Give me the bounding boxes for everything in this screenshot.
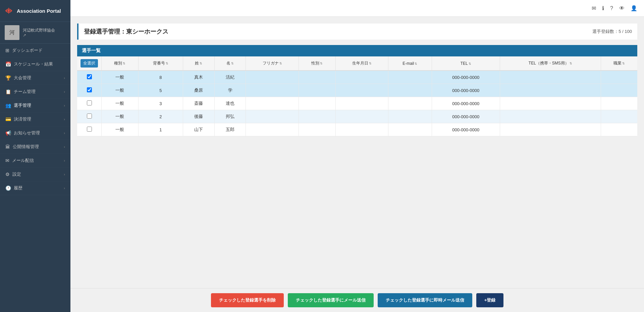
- row-checkbox-4[interactable]: [87, 114, 92, 119]
- public-nav-label: 公開情報管理: [13, 144, 39, 150]
- row-firstname: 邦弘: [214, 110, 246, 123]
- row-furigana: [246, 71, 299, 84]
- sidebar-item-player[interactable]: 👥 選手管理 ›: [0, 99, 70, 113]
- sidebar-item-schedule[interactable]: 📅 スケジュール・結果: [0, 57, 70, 71]
- table-body: 一般 8 真木 活紀 000-000-0000 一般 5 桑原 学 000-00…: [77, 71, 637, 136]
- table-row: 一般 3 斎藤 達也 000-000-0000: [77, 97, 637, 110]
- col-type[interactable]: 種別⇅: [102, 56, 139, 71]
- col-firstname[interactable]: 名⇅: [214, 56, 246, 71]
- col-tel[interactable]: TEL⇅: [432, 56, 500, 71]
- col-lastname[interactable]: 姓⇅: [183, 56, 215, 71]
- register-button[interactable]: +登録: [476, 293, 504, 307]
- select-all-button[interactable]: 全選択: [80, 59, 98, 68]
- sidebar-item-notice[interactable]: 📢 お知らせ管理 ›: [0, 126, 70, 140]
- row-occupation: [601, 71, 637, 84]
- row-type: 一般: [102, 110, 139, 123]
- row-type: 一般: [102, 71, 139, 84]
- schedule-nav-label: スケジュール・結果: [14, 61, 53, 67]
- row-number: 1: [138, 123, 183, 136]
- row-birthdate: [335, 123, 388, 136]
- row-checkbox-cell[interactable]: [77, 123, 102, 136]
- view-icon[interactable]: 👁: [619, 5, 625, 11]
- row-checkbox-1[interactable]: [87, 74, 92, 79]
- delete-button[interactable]: チェックした登録選手を削除: [211, 293, 284, 307]
- history-nav-label: 履歴: [14, 185, 22, 191]
- sidebar-item-dashboard[interactable]: ⊞ ダッシュボード: [0, 44, 70, 57]
- row-checkbox-3[interactable]: [87, 100, 92, 105]
- mail-button[interactable]: チェックした登録選手にメール送信: [288, 293, 374, 307]
- row-tel-mobile: [500, 71, 601, 84]
- row-occupation: [601, 84, 637, 97]
- row-tel-mobile: [500, 84, 601, 97]
- col-occupation[interactable]: 職業⇅: [601, 56, 637, 71]
- col-gender[interactable]: 性別⇅: [299, 56, 335, 71]
- row-firstname: 五郎: [214, 123, 246, 136]
- sidebar-item-history[interactable]: 🕐 履歴 ›: [0, 181, 70, 195]
- col-email[interactable]: E-mail⇅: [388, 56, 432, 71]
- chevron-right-icon: ›: [64, 90, 65, 94]
- row-checkbox-cell[interactable]: [77, 110, 102, 123]
- sidebar-item-payment[interactable]: 💳 決済管理 ›: [0, 113, 70, 126]
- history-nav-icon: 🕐: [5, 185, 11, 191]
- players-table: 全選択 種別⇅ 背番号⇅ 姓⇅ 名⇅ フリガナ⇅ 性別⇅ 生年月日⇅ E-mai…: [77, 56, 637, 136]
- team-nav-icon: 📋: [5, 89, 11, 94]
- table-container: 全選択 種別⇅ 背番号⇅ 姓⇅ 名⇅ フリガナ⇅ 性別⇅ 生年月日⇅ E-mai…: [77, 56, 637, 136]
- payment-nav-icon: 💳: [5, 117, 11, 122]
- row-tel: 000-000-0000: [432, 71, 500, 84]
- page-header: 登録選手管理：東シーホークス 選手登録数：5 / 100: [77, 24, 637, 40]
- row-gender: [299, 97, 335, 110]
- col-birthdate[interactable]: 生年月日⇅: [335, 56, 388, 71]
- row-tel: 000-000-0000: [432, 97, 500, 110]
- col-furigana[interactable]: フリガナ⇅: [246, 56, 299, 71]
- settings-nav-icon: ⚙: [5, 172, 10, 177]
- schedule-nav-icon: 📅: [5, 61, 11, 67]
- chevron-right-icon: ›: [64, 103, 65, 107]
- col-tel-mobile[interactable]: TEL（携帯・SMS用）⇅: [500, 56, 601, 71]
- sidebar-item-settings[interactable]: ⚙ 設定 ›: [0, 168, 70, 181]
- chevron-right-icon: ›: [64, 145, 65, 149]
- row-lastname: 斎藤: [183, 97, 215, 110]
- row-lastname: 真木: [183, 71, 215, 84]
- org-link-icon[interactable]: ↗: [23, 33, 55, 38]
- row-birthdate: [335, 71, 388, 84]
- page-title: 登録選手管理：東シーホークス: [84, 28, 168, 36]
- dashboard-nav-label: ダッシュボード: [12, 47, 43, 53]
- main-content: 登録選手管理：東シーホークス 選手登録数：5 / 100 選手一覧 全選択 種別…: [70, 17, 644, 312]
- sidebar-item-public[interactable]: 🏛 公開情報管理 ›: [0, 140, 70, 154]
- payment-nav-label: 決済管理: [14, 116, 31, 122]
- sidebar-item-team[interactable]: 📋 チーム管理 ›: [0, 85, 70, 99]
- dashboard-nav-icon: ⊞: [5, 48, 9, 53]
- row-gender: [299, 71, 335, 84]
- row-number: 5: [138, 84, 183, 97]
- col-checkbox[interactable]: 全選択: [77, 56, 102, 71]
- sidebar-item-mail[interactable]: ✉ メール配信 ›: [0, 154, 70, 168]
- org-box[interactable]: 河 河辺軟式野球協会 ↗: [0, 22, 70, 44]
- row-email: [388, 97, 432, 110]
- row-gender: [299, 123, 335, 136]
- row-gender: [299, 84, 335, 97]
- row-checkbox-cell[interactable]: [77, 84, 102, 97]
- info-icon[interactable]: ℹ: [602, 5, 604, 11]
- row-checkbox-2[interactable]: [87, 87, 92, 92]
- row-checkbox-cell[interactable]: [77, 97, 102, 110]
- row-checkbox-5[interactable]: [87, 127, 92, 132]
- row-type: 一般: [102, 97, 139, 110]
- row-tel: 000-000-0000: [432, 110, 500, 123]
- help-icon[interactable]: ?: [610, 5, 613, 11]
- action-bar: チェックした登録選手を削除 チェックした登録選手にメール送信 チェックした登録選…: [70, 288, 644, 312]
- col-number[interactable]: 背番号⇅: [138, 56, 183, 71]
- table-head: 全選択 種別⇅ 背番号⇅ 姓⇅ 名⇅ フリガナ⇅ 性別⇅ 生年月日⇅ E-mai…: [77, 56, 637, 71]
- org-name: 河辺軟式野球協会: [23, 28, 55, 33]
- sidebar-item-tournament[interactable]: 🏆 大会管理 ›: [0, 71, 70, 85]
- tournament-nav-icon: 🏆: [5, 75, 11, 81]
- row-firstname: 学: [214, 84, 246, 97]
- chevron-right-icon: ›: [64, 172, 65, 176]
- table-row: 一般 5 桑原 学 000-000-0000: [77, 84, 637, 97]
- row-checkbox-cell[interactable]: [77, 71, 102, 84]
- user-icon[interactable]: 👤: [631, 5, 637, 11]
- row-firstname: 活紀: [214, 71, 246, 84]
- mail-icon[interactable]: ✉: [592, 5, 596, 11]
- row-furigana: [246, 123, 299, 136]
- notice-nav-label: お知らせ管理: [14, 130, 40, 136]
- instant-mail-button[interactable]: チェックした登録選手に即時メール送信: [378, 293, 472, 307]
